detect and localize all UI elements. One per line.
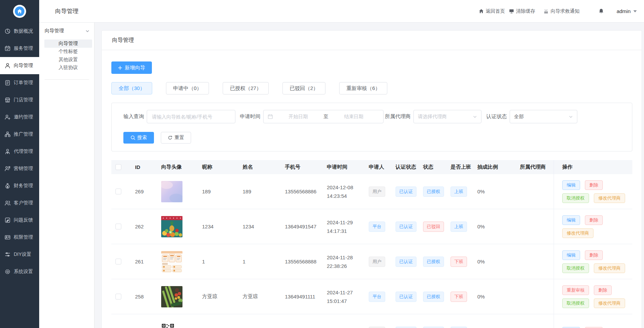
- topbar-link-notify[interactable]: 向导求救通知: [543, 8, 579, 14]
- sidebar-item-guide[interactable]: 向导管理: [0, 57, 39, 74]
- cell-name: 1: [243, 259, 285, 264]
- column-header: 是否上班: [451, 164, 477, 170]
- action-编辑[interactable]: 编辑: [562, 327, 580, 328]
- status-tabs: 全部（30）申请中（0）已授权（27）已驳回（2）重新审核（6）: [111, 82, 632, 94]
- action-删除[interactable]: 删除: [585, 250, 603, 260]
- sidebar-item-service[interactable]: 服务管理: [0, 40, 39, 57]
- cell-applicant: 用户: [369, 186, 396, 197]
- action-删除[interactable]: 删除: [585, 327, 603, 328]
- guide-avatar[interactable]: [161, 181, 182, 202]
- auth-status-tag: 已认证: [396, 257, 417, 267]
- action-取消授权[interactable]: 取消授权: [562, 193, 589, 203]
- cell-applicant: 用户: [369, 257, 396, 267]
- submenu-panel: 向导管理 向导管理个性标签其他设置入驻协议: [39, 23, 95, 328]
- action-取消授权[interactable]: 取消授权: [562, 263, 589, 273]
- guide-avatar[interactable]: [161, 216, 182, 237]
- action-编辑[interactable]: 编辑: [562, 180, 580, 190]
- guide-avatar[interactable]: [161, 286, 182, 307]
- cell-actions: 编辑删除取消授权修改代理商: [554, 174, 632, 209]
- sidebar-item-feedback[interactable]: 问题反馈: [0, 212, 39, 229]
- table-body: 269 189 189 13556568886 2024-12-0814:23:…: [111, 174, 632, 328]
- sidebar-item-diy[interactable]: DIY设置: [0, 246, 39, 263]
- tab-pending[interactable]: 申请中（0）: [166, 82, 209, 94]
- cell-avatar: [161, 286, 202, 307]
- sidebar-item-marketing[interactable]: 营销管理: [0, 160, 39, 177]
- action-删除[interactable]: 删除: [594, 285, 612, 295]
- page-title: 向导管理: [39, 7, 95, 15]
- topbar-link-label: 返回首页: [486, 8, 505, 14]
- topbar-link-cache[interactable]: 清除缓存: [509, 8, 535, 14]
- action-删除[interactable]: 删除: [585, 180, 603, 190]
- sidebar-item-label: 系统设置: [14, 269, 33, 275]
- user-menu[interactable]: admin: [617, 8, 631, 14]
- select-all-checkbox[interactable]: [115, 164, 121, 170]
- sidebar-item-customer[interactable]: 客户管理: [0, 194, 39, 212]
- select-all-checkbox-cell: [111, 164, 135, 170]
- action-修改代理商[interactable]: 修改代理商: [562, 228, 593, 238]
- add-guide-button[interactable]: 新增向导: [111, 61, 152, 74]
- column-header: ID: [135, 164, 161, 170]
- cell-actions: 编辑删除取消授权修改代理商: [554, 244, 632, 279]
- row-checkbox[interactable]: [115, 224, 121, 229]
- permission-icon: [4, 234, 11, 240]
- action-重新审核[interactable]: 重新审核: [562, 285, 589, 295]
- action-取消授权[interactable]: 取消授权: [562, 298, 589, 308]
- row-checkbox[interactable]: [115, 189, 121, 194]
- reset-button[interactable]: 重置: [161, 132, 191, 144]
- column-header: 昵称: [202, 164, 243, 170]
- sidebar-item-agent[interactable]: 代理管理: [0, 143, 39, 160]
- action-删除[interactable]: 删除: [585, 215, 603, 225]
- action-修改代理商[interactable]: 修改代理商: [594, 263, 625, 273]
- cell-status: 已驳回: [423, 222, 451, 232]
- submenu-item-1[interactable]: 个性标签: [44, 48, 92, 56]
- cell-auth-status: 已认证: [396, 327, 423, 328]
- table-header: ID向导头像昵称姓名手机号申请时间申请人认证状态状态是否上班抽成比例所属代理商操…: [111, 160, 632, 174]
- tab-rejected[interactable]: 已驳回（2）: [282, 82, 325, 94]
- sidebar-item-promotion[interactable]: 推广管理: [0, 126, 39, 143]
- agent-select[interactable]: 请选择代理商: [413, 110, 481, 123]
- bell-icon[interactable]: [598, 8, 604, 14]
- action-编辑[interactable]: 编辑: [562, 215, 580, 225]
- query-input[interactable]: [147, 110, 235, 123]
- search-button[interactable]: 搜索: [123, 132, 154, 144]
- logo[interactable]: [0, 0, 39, 23]
- service-icon: [4, 45, 11, 52]
- guide-avatar[interactable]: [161, 251, 182, 272]
- cell-name: 方亚琼: [243, 293, 285, 300]
- tab-approved[interactable]: 已授权（27）: [223, 82, 269, 94]
- action-修改代理商[interactable]: 修改代理商: [594, 193, 625, 203]
- sidebar-item-finance[interactable]: 财务管理: [0, 177, 39, 194]
- submenu-group[interactable]: 向导管理: [39, 29, 94, 33]
- cell-status: 已授权: [423, 186, 451, 197]
- auth-select[interactable]: 全部: [510, 110, 577, 123]
- topbar-right: 返回首页清除缓存向导求救通知admin: [479, 8, 644, 14]
- topbar-link-home[interactable]: 返回首页: [479, 8, 505, 14]
- tab-re-review[interactable]: 重新审核（6）: [339, 82, 387, 94]
- row-checkbox-cell: [111, 224, 135, 229]
- sidebar-item-invite[interactable]: 邀约管理: [0, 109, 39, 126]
- tab-all[interactable]: 全部（30）: [111, 82, 152, 94]
- cell-phone: 13556568888: [285, 259, 327, 264]
- sidebar-item-label: 财务管理: [14, 183, 33, 189]
- sidebar-item-system[interactable]: 系统设置: [0, 263, 39, 280]
- date-range-picker[interactable]: 开始日期 至 结束日期: [263, 110, 384, 123]
- submenu-item-2[interactable]: 其他设置: [44, 56, 92, 64]
- action-修改代理商[interactable]: 修改代理商: [594, 298, 625, 308]
- sidebar-item-store[interactable]: 门店管理: [0, 91, 39, 109]
- chevron-down-icon: [86, 29, 89, 33]
- row-checkbox[interactable]: [115, 259, 121, 264]
- submenu-item-3[interactable]: 入驻协议: [44, 64, 92, 72]
- topbar: 向导管理 返回首页清除缓存向导求救通知admin: [39, 0, 644, 23]
- submenu-item-0[interactable]: 向导管理: [44, 39, 92, 48]
- sidebar-item-data-overview[interactable]: 数据概况: [0, 23, 39, 40]
- cell-auth-status: 已认证: [396, 186, 423, 197]
- sidebar-item-permission[interactable]: 权限管理: [0, 229, 39, 246]
- applicant-tag: 用户: [369, 186, 385, 197]
- cell-id: 262: [135, 224, 161, 229]
- sidebar-item-label: 订单管理: [14, 80, 33, 86]
- actions-group: 编辑删除取消授权修改代理商: [562, 180, 625, 203]
- row-checkbox[interactable]: [115, 294, 121, 299]
- guide-avatar[interactable]: [161, 323, 175, 328]
- action-编辑[interactable]: 编辑: [562, 250, 580, 260]
- sidebar-item-order[interactable]: 订单管理: [0, 74, 39, 91]
